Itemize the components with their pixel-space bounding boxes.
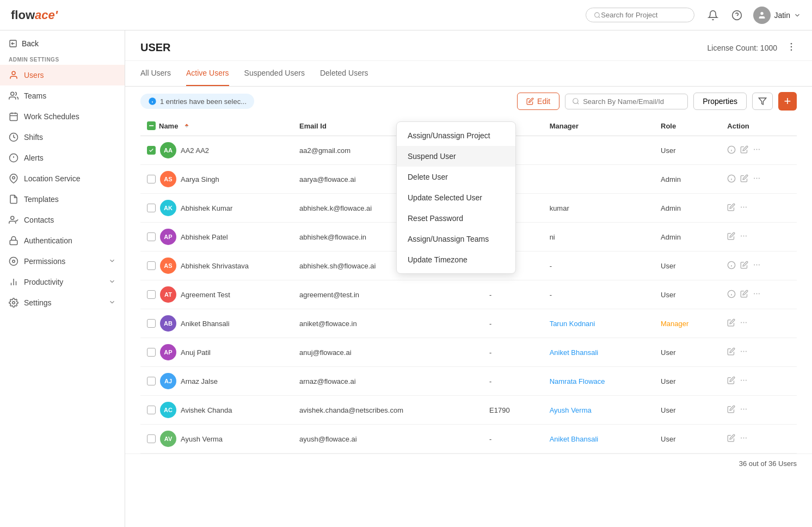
row-checkbox[interactable] (147, 146, 156, 155)
svg-point-72 (746, 380, 747, 381)
user-cell-wrap: AC Avishek Chanda (147, 402, 286, 418)
sidebar-item-location-service[interactable]: Location Service (0, 168, 125, 189)
avatar: AP (160, 229, 176, 245)
svg-point-27 (791, 50, 792, 51)
more-action-icon[interactable] (753, 261, 761, 271)
more-action-icon[interactable] (740, 232, 748, 242)
sidebar-item-teams[interactable]: Teams (0, 85, 125, 106)
tab-active-users[interactable]: Active Users (186, 61, 229, 86)
menu-item-delete-user[interactable]: Delete User (397, 167, 515, 187)
tab-suspended-users[interactable]: Suspended Users (244, 61, 305, 86)
edit-action-icon[interactable] (727, 434, 735, 444)
avatar: AC (160, 402, 176, 418)
more-action-icon[interactable] (753, 290, 761, 299)
manager-cell: - (543, 252, 654, 280)
more-action-icon[interactable] (740, 347, 748, 357)
row-checkbox[interactable] (147, 319, 156, 328)
tab-deleted-users[interactable]: Deleted Users (320, 61, 368, 86)
row-checkbox[interactable] (147, 204, 156, 212)
manager-link[interactable]: Ayush Verma (550, 406, 592, 414)
menu-item-update-timezone[interactable]: Update Timezone (397, 249, 515, 270)
edit-action-icon[interactable] (740, 261, 748, 271)
row-checkbox[interactable] (147, 232, 156, 241)
location-icon (9, 174, 19, 183)
edit-action-icon[interactable] (727, 318, 735, 328)
search-users-input[interactable] (583, 97, 681, 106)
sort-icon[interactable] (183, 122, 190, 129)
edit-button[interactable]: Edit (517, 93, 559, 110)
sidebar-item-shifts[interactable]: Shifts (0, 127, 125, 148)
manager-link[interactable]: Aniket Bhansali (550, 348, 599, 357)
svg-point-8 (11, 92, 14, 95)
sidebar-item-label-teams: Teams (24, 91, 46, 100)
sidebar-item-authentication[interactable]: Authentication (0, 230, 125, 251)
more-action-icon[interactable] (753, 145, 761, 155)
user-cell-wrap: AP Anuj Patil (147, 344, 286, 360)
edit-action-icon[interactable] (727, 405, 735, 415)
sidebar-item-settings[interactable]: Settings (0, 292, 125, 313)
menu-item-assign-project[interactable]: Assign/Unassign Project (397, 125, 515, 146)
user-menu[interactable]: Jatin (753, 7, 801, 24)
info-action-icon[interactable] (727, 290, 736, 300)
edit-action-icon[interactable] (740, 290, 748, 299)
more-action-icon[interactable] (753, 174, 761, 184)
edit-action-icon[interactable] (740, 174, 748, 184)
sidebar-item-templates[interactable]: Templates (0, 189, 125, 210)
svg-point-4 (761, 12, 764, 15)
sidebar-item-productivity[interactable]: Productivity (0, 272, 125, 292)
edit-action-icon[interactable] (740, 145, 748, 155)
menu-item-assign-teams[interactable]: Assign/Unassign Teams (397, 229, 515, 249)
edit-action-icon[interactable] (727, 203, 735, 213)
row-checkbox[interactable] (147, 377, 156, 385)
menu-item-suspend-user[interactable]: Suspend User (397, 146, 515, 167)
row-checkbox[interactable] (147, 290, 156, 299)
sidebar-item-alerts[interactable]: Alerts (0, 148, 125, 168)
info-action-icon[interactable] (727, 261, 736, 271)
info-action-icon[interactable] (727, 145, 736, 156)
manager-link[interactable]: Aniket Bhansali (550, 435, 599, 443)
select-all-checkbox[interactable]: − (147, 121, 156, 130)
manager-link[interactable]: Tarun Kodnani (550, 320, 595, 328)
row-checkbox[interactable] (147, 175, 156, 183)
project-search-bar[interactable] (586, 8, 694, 22)
edit-label: Edit (537, 97, 550, 106)
notifications-icon[interactable] (705, 8, 721, 23)
svg-point-7 (12, 71, 15, 75)
more-action-icon[interactable] (740, 405, 748, 415)
menu-item-update-user[interactable]: Update Selected User (397, 187, 515, 208)
email-cell: avishek.chanda@netscribes.com (293, 396, 483, 425)
search-wrap[interactable] (565, 94, 688, 109)
edit-action-icon[interactable] (727, 376, 735, 386)
properties-button[interactable]: Properties (693, 93, 747, 110)
tab-all-users[interactable]: All Users (140, 61, 171, 86)
sidebar-item-work-schedules[interactable]: Work Schedules (0, 106, 125, 127)
info-action-icon[interactable] (727, 174, 736, 185)
more-options-icon[interactable] (786, 41, 797, 54)
more-action-icon[interactable] (740, 318, 748, 328)
help-icon[interactable] (729, 8, 745, 23)
row-checkbox[interactable] (147, 406, 156, 414)
search-input[interactable] (601, 11, 686, 19)
user-name: Abhishek Shrivastava (181, 262, 249, 270)
more-action-icon[interactable] (740, 376, 748, 386)
sidebar-back-button[interactable]: Back (0, 30, 125, 52)
sidebar-item-permissions[interactable]: Permissions (0, 251, 125, 272)
filter-button[interactable] (752, 93, 773, 110)
role-cell: User (654, 338, 721, 367)
row-checkbox[interactable] (147, 434, 156, 443)
more-action-icon[interactable] (740, 434, 748, 444)
add-user-button[interactable]: + (778, 92, 797, 111)
manager-cell: kumar (543, 194, 654, 223)
sidebar-item-label-alerts: Alerts (24, 154, 44, 162)
svg-point-75 (746, 409, 747, 410)
sidebar-item-label-productivity: Productivity (24, 278, 63, 286)
menu-item-reset-password[interactable]: Reset Password (397, 208, 515, 229)
sidebar-item-users[interactable]: Users (0, 65, 125, 85)
sidebar-item-contacts[interactable]: Contacts (0, 210, 125, 230)
manager-link[interactable]: Namrata Flowace (550, 377, 605, 385)
more-action-icon[interactable] (740, 203, 748, 213)
row-checkbox[interactable] (147, 348, 156, 357)
row-checkbox[interactable] (147, 261, 156, 270)
edit-action-icon[interactable] (727, 347, 735, 357)
edit-action-icon[interactable] (727, 232, 735, 242)
